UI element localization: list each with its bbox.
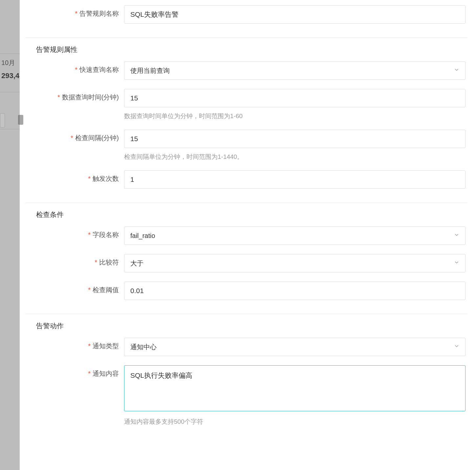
form-row-notify-type: *通知类型 通知中心	[26, 333, 467, 361]
rule-name-input[interactable]	[124, 5, 465, 24]
label-notify-content: *通知内容	[26, 365, 124, 378]
comparator-select[interactable]: 大于	[124, 254, 465, 272]
trigger-count-input[interactable]	[124, 170, 465, 189]
label-comparator: *比较符	[26, 254, 124, 267]
required-asterisk: *	[75, 10, 77, 17]
label-check-interval: *检查间隔(分钟)	[26, 130, 124, 142]
threshold-input[interactable]	[124, 282, 465, 300]
form-row-notify-content: *通知内容 通知内容最多支持500个字符	[26, 361, 467, 431]
field-name-value: fail_ratio	[130, 232, 155, 240]
form-row-trigger-count: *触发次数	[26, 166, 467, 193]
required-asterisk: *	[88, 342, 91, 350]
alert-rule-form-modal: *告警规则名称 告警规则属性 *快速查询名称 使用当前查询 *数据查询时间(分钟…	[26, 0, 467, 470]
field-name-select[interactable]: fail_ratio	[124, 226, 465, 245]
notify-type-value: 通知中心	[130, 343, 157, 352]
check-interval-help: 检查间隔单位为分钟，时间范围为1-1440。	[124, 153, 465, 161]
label-field-name: *字段名称	[26, 226, 124, 239]
label-rule-name: *告警规则名称	[26, 5, 124, 18]
label-quick-query: *快速查询名称	[26, 61, 124, 74]
section-title-attributes: 告警规则属性	[26, 38, 467, 57]
quick-query-value: 使用当前查询	[130, 66, 170, 75]
form-row-quick-query: *快速查询名称 使用当前查询	[26, 57, 467, 84]
query-time-help: 数据查询时间单位为分钟，时间范围为1-60	[124, 112, 465, 120]
notify-content-textarea[interactable]	[124, 365, 465, 411]
form-row-check-interval: *检查间隔(分钟) 检查间隔单位为分钟，时间范围为1-1440。	[26, 125, 467, 166]
required-asterisk: *	[88, 370, 91, 377]
form-row-query-time: *数据查询时间(分钟) 数据查询时间单位为分钟，时间范围为1-60	[26, 84, 467, 125]
notify-content-help: 通知内容最多支持500个字符	[124, 417, 465, 426]
required-asterisk: *	[71, 134, 73, 141]
required-asterisk: *	[88, 175, 91, 182]
section-title-action: 告警动作	[26, 314, 467, 333]
section-title-condition: 检查条件	[26, 203, 467, 222]
required-asterisk: *	[75, 66, 77, 73]
form-row-comparator: *比较符 大于	[26, 249, 467, 277]
form-row-field-name: *字段名称 fail_ratio	[26, 222, 467, 249]
quick-query-select[interactable]: 使用当前查询	[124, 61, 465, 80]
label-query-time: *数据查询时间(分钟)	[26, 89, 124, 102]
required-asterisk: *	[57, 94, 60, 101]
label-notify-type: *通知类型	[26, 338, 124, 351]
required-asterisk: *	[88, 231, 91, 238]
required-asterisk: *	[95, 259, 97, 266]
label-threshold: *检查阈值	[26, 282, 124, 294]
label-trigger-count: *触发次数	[26, 170, 124, 183]
notify-type-select[interactable]: 通知中心	[124, 338, 465, 356]
check-interval-input[interactable]	[124, 130, 465, 148]
modal-backdrop	[0, 0, 20, 470]
query-time-input[interactable]	[124, 89, 465, 107]
form-row-rule-name: *告警规则名称	[26, 4, 467, 28]
form-row-threshold: *检查阈值	[26, 277, 467, 305]
comparator-value: 大于	[130, 259, 143, 268]
required-asterisk: *	[88, 286, 91, 293]
